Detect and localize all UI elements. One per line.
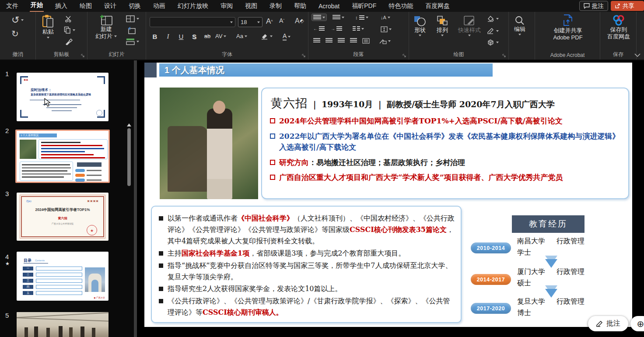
slide-layout-button[interactable] bbox=[126, 15, 139, 22]
shapes-button[interactable]: 形状 bbox=[413, 15, 427, 36]
share-icon bbox=[615, 3, 620, 9]
font-name-select[interactable] bbox=[150, 17, 235, 27]
tab-review[interactable]: 审阅 bbox=[220, 0, 234, 12]
underline-button[interactable]: U bbox=[176, 33, 186, 40]
tab-foxit-pdf[interactable]: 福昕PDF bbox=[351, 0, 377, 12]
distribute-button[interactable] bbox=[361, 37, 371, 45]
slide-thumbnail-5[interactable] bbox=[17, 312, 108, 337]
statue-shape bbox=[168, 126, 208, 192]
text-direction-button[interactable]: ↓A bbox=[379, 14, 392, 21]
university-logo: ◉⛰ bbox=[24, 78, 28, 81]
save-to-baidu-button[interactable]: 保存到 百度网盘 bbox=[604, 14, 634, 41]
highlight-color-button[interactable] bbox=[261, 33, 273, 40]
justify-button[interactable] bbox=[349, 37, 358, 44]
publications-box[interactable]: 以第一作者或通讯作者《中国社会科学》（人文社科顶刊）、《中国农村经济》、《公共行… bbox=[151, 206, 462, 323]
font-size-select[interactable]: 18 bbox=[238, 17, 262, 27]
tab-slideshow[interactable]: 幻灯片放映 bbox=[177, 0, 209, 12]
create-share-adobe-pdf-button[interactable]: 创建并共享 Adobe PDF bbox=[544, 14, 592, 42]
tab-special-features[interactable]: 特色功能 bbox=[388, 0, 414, 12]
bullets-button[interactable] bbox=[312, 14, 326, 21]
tab-view[interactable]: 视图 bbox=[244, 0, 258, 12]
education-panel[interactable]: 教育经历 2010-2014 南昌大学行政管理 学士 2014-2017 厦门大… bbox=[468, 210, 631, 325]
profile-header: 黄六招 ｜ 1993年10月 ｜ 副教授/硕士生导师 2020年7月入职广西大学 bbox=[271, 95, 621, 111]
profile-bullet: 广西自治区重大人才项目和广西大学“学术新人奖”项目获得者、广西大学优秀共产党员 bbox=[270, 172, 621, 183]
section-button[interactable] bbox=[126, 38, 139, 45]
tab-help[interactable]: 帮助 bbox=[293, 0, 307, 12]
quick-styles-button[interactable]: 快速样式 bbox=[458, 15, 481, 36]
shape-fill-button[interactable] bbox=[487, 15, 499, 22]
profile-bullet: 2024年公共管理学科中国知网高被引学者TOP1%+入选高PSCI/高下载/高被… bbox=[270, 116, 621, 127]
slide-canvas[interactable]: 1 个人基本情况 黄六招 ｜ 1993年10月 ｜ 副教授/硕士生导师 2020… bbox=[144, 63, 632, 327]
drawing-dialog-launcher[interactable] bbox=[502, 54, 506, 58]
ink-comment-button[interactable]: 批注 bbox=[588, 316, 628, 331]
tab-baidu-netdisk[interactable]: 百度网盘 bbox=[424, 0, 451, 12]
tab-insert[interactable]: 插入 bbox=[54, 0, 68, 12]
tab-animations[interactable]: 动画 bbox=[152, 0, 166, 12]
person-shape bbox=[207, 109, 232, 199]
editing-button[interactable]: 编辑 bbox=[514, 15, 525, 35]
education-period-pill: 2017-2020 bbox=[471, 303, 511, 314]
font-color-button[interactable]: A bbox=[283, 33, 290, 41]
profile-bullet: 2022年以广西大学为署名单位在《中国社会科学》发表《农民基本健康权利保障体系建… bbox=[270, 131, 621, 153]
slide-thumbnail-4[interactable]: 目录 Contents 一 二 三 四 五 ◉ 广西大学 bbox=[17, 252, 108, 301]
convert-smartart-button[interactable] bbox=[378, 37, 392, 45]
character-spacing-button[interactable]: AV bbox=[215, 33, 226, 39]
change-case-button[interactable]: Aa bbox=[236, 33, 247, 39]
columns-button[interactable] bbox=[351, 25, 365, 32]
bold-button[interactable]: B bbox=[150, 33, 160, 40]
tab-acrobat[interactable]: Acrobat bbox=[318, 1, 340, 11]
shape-outline-button[interactable] bbox=[487, 28, 499, 34]
scrollbar-thumb[interactable] bbox=[127, 128, 131, 186]
line-spacing-button[interactable]: ↕ bbox=[354, 14, 370, 21]
numbering-button[interactable] bbox=[331, 14, 346, 21]
share-button[interactable]: 共享 bbox=[611, 1, 644, 11]
profile-info-box[interactable]: 黄六招 ｜ 1993年10月 ｜ 副教授/硕士生导师 2020年7月入职广西大学… bbox=[261, 88, 629, 199]
undo-button[interactable]: ↺ bbox=[11, 15, 24, 25]
shape-effects-button[interactable] bbox=[487, 39, 499, 46]
shrink-font-button[interactable]: Aˇ bbox=[279, 17, 284, 24]
tab-design[interactable]: 设计 bbox=[103, 0, 117, 12]
increase-indent-button[interactable]: → bbox=[329, 25, 343, 32]
tab-file[interactable]: 文件 bbox=[5, 0, 19, 12]
thumbnail-scrollbar[interactable] bbox=[126, 122, 132, 337]
tab-draw[interactable]: 绘图 bbox=[79, 0, 93, 12]
scrollbar-up-arrow[interactable] bbox=[127, 123, 131, 126]
align-right-button[interactable] bbox=[336, 37, 346, 44]
new-slide-button[interactable]: 新建 幻灯片 bbox=[95, 14, 117, 40]
italic-button[interactable]: I bbox=[163, 33, 173, 40]
slide-thumbnail-1[interactable]: ◉⛰ 应时治理术： 复杂政策情境下基层政府理性应对策略及系统化逻辑 bbox=[17, 73, 108, 121]
cut-button[interactable] bbox=[65, 15, 72, 22]
slide-title[interactable]: 1 个人基本情况 bbox=[159, 63, 493, 77]
zoom-in-button[interactable]: ⊕ bbox=[630, 316, 644, 331]
redo-button[interactable]: ↻ bbox=[11, 29, 19, 38]
paragraph-dialog-launcher[interactable] bbox=[402, 54, 406, 58]
paste-button[interactable]: 粘贴 bbox=[42, 14, 54, 39]
profile-photo[interactable] bbox=[160, 88, 258, 199]
publication-bullet: 指导研究生2人次获得国家奖学金，发表论文10篇以上。 bbox=[159, 283, 455, 295]
collapse-ribbon-chevron[interactable] bbox=[634, 53, 640, 57]
align-center-button[interactable] bbox=[324, 37, 334, 44]
reset-slide-button[interactable] bbox=[127, 27, 136, 34]
slide-number-2: 2 bbox=[5, 127, 9, 134]
clear-formatting-button[interactable]: A◧ bbox=[295, 17, 304, 25]
clipboard-dialog-launcher[interactable] bbox=[81, 54, 85, 58]
format-painter-button[interactable] bbox=[65, 38, 73, 45]
slide-thumbnail-2-selected[interactable]: 1 个人基本情况 bbox=[15, 130, 110, 183]
align-left-button[interactable] bbox=[312, 37, 322, 44]
ribbon-group-paragraph: ↕ ↓A ← → 段落 bbox=[308, 12, 409, 60]
tab-home[interactable]: 开始 bbox=[30, 0, 44, 12]
tab-transitions[interactable]: 切换 bbox=[128, 0, 142, 12]
decrease-indent-button[interactable]: ← bbox=[312, 25, 326, 32]
align-text-button[interactable] bbox=[379, 25, 393, 33]
text-shadow-button[interactable]: S bbox=[189, 33, 200, 40]
font-dialog-launcher[interactable] bbox=[302, 54, 306, 58]
slide-thumbnail-3[interactable]: ⓃKI ▣▣▣▣ 2024中国知网高被引学者TOP1% 黄六招 广西大学公共管理… bbox=[17, 193, 108, 241]
grow-font-button[interactable]: A^ bbox=[266, 17, 273, 26]
arrange-button[interactable]: 排列 bbox=[436, 15, 448, 36]
tab-record[interactable]: 录制 bbox=[269, 0, 283, 12]
comments-button[interactable]: 批注 bbox=[579, 1, 608, 11]
publication-bullet: 《公共行政评论》、《公共管理与政策评论》/《甘肃行政学院学报》、《探索》、《公共… bbox=[159, 295, 455, 318]
strikethrough-button[interactable]: ab bbox=[202, 33, 213, 39]
copy-button[interactable] bbox=[64, 26, 75, 34]
panel-divider[interactable] bbox=[134, 60, 137, 337]
